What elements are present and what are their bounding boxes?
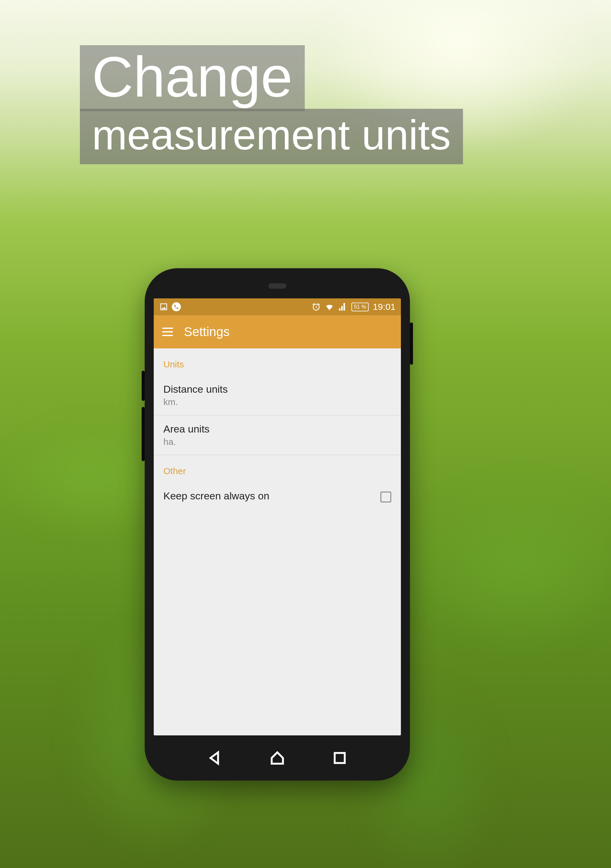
menu-icon[interactable]: [162, 328, 173, 336]
page-title: Settings: [184, 325, 230, 339]
phone-power-button: [410, 322, 413, 365]
promo-line-2: measurement units: [80, 109, 463, 164]
setting-area-units[interactable]: Area units ha.: [154, 415, 401, 455]
back-button[interactable]: [207, 750, 222, 766]
setting-distance-units[interactable]: Distance units km.: [154, 375, 401, 415]
phone-frame: 51 % 19:01 Settings Units Distance units…: [145, 268, 410, 781]
setting-keep-screen-on[interactable]: Keep screen always on: [154, 482, 401, 512]
settings-content: Units Distance units km. Area units ha. …: [154, 349, 401, 735]
promo-text: Change measurement units: [80, 45, 463, 164]
status-bar: 51 % 19:01: [154, 298, 401, 315]
setting-title: Distance units: [163, 383, 391, 395]
section-header-units: Units: [154, 349, 401, 375]
home-button[interactable]: [270, 750, 285, 766]
phone-volume-down: [142, 407, 145, 461]
status-time: 19:01: [373, 302, 395, 312]
promo-line-1: Change: [80, 45, 305, 111]
setting-value: ha.: [163, 437, 391, 447]
checkbox[interactable]: [380, 491, 391, 502]
phone-volume-up: [142, 371, 145, 401]
battery-level: 51 %: [354, 304, 366, 310]
android-nav-bar: [154, 735, 401, 781]
phone-call-icon: [172, 302, 181, 312]
svg-rect-0: [335, 753, 344, 763]
setting-title: Area units: [163, 423, 391, 435]
battery-indicator: 51 %: [352, 302, 369, 312]
recent-apps-button[interactable]: [332, 750, 347, 766]
setting-title: Keep screen always on: [163, 490, 380, 502]
wifi-icon: [325, 302, 334, 312]
phone-screen: 51 % 19:01 Settings Units Distance units…: [154, 298, 401, 735]
section-header-other: Other: [154, 455, 401, 482]
image-icon: [159, 302, 168, 312]
app-bar: Settings: [154, 315, 401, 349]
signal-icon: [338, 302, 347, 312]
alarm-icon: [312, 302, 321, 312]
setting-value: km.: [163, 397, 391, 407]
